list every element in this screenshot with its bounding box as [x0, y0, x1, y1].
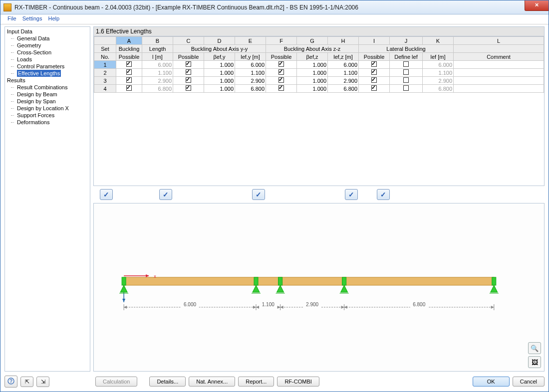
svg-text:1.100: 1.100: [262, 302, 274, 307]
print-preview-button[interactable]: 🖼: [528, 356, 541, 368]
tree-item[interactable]: Effective Lengths: [17, 70, 61, 77]
calculation-button[interactable]: Calculation: [95, 377, 137, 387]
import-button[interactable]: ⇱: [20, 377, 33, 387]
checkbox[interactable]: [126, 85, 132, 91]
checkbox[interactable]: [186, 85, 191, 91]
details-button[interactable]: Details...: [149, 377, 186, 387]
col-possible-l: Possible: [359, 53, 390, 61]
svg-rect-18: [492, 277, 496, 285]
col-lz: lef,z [m]: [328, 53, 359, 61]
checkbox[interactable]: [278, 85, 284, 91]
col-lm: l [m]: [142, 53, 173, 61]
close-button[interactable]: ×: [525, 0, 549, 11]
menu-file[interactable]: File: [4, 15, 19, 23]
svg-marker-13: [277, 285, 284, 292]
checkbox[interactable]: [186, 61, 191, 67]
checkbox[interactable]: [126, 77, 132, 83]
checkbox[interactable]: [403, 69, 409, 75]
titlebar: RX-TIMBER - Continuous beam - 2.04.0003 …: [0, 0, 549, 14]
svg-text:2.900: 2.900: [306, 302, 318, 307]
checkbox[interactable]: [371, 77, 377, 83]
ok-button[interactable]: OK: [473, 377, 510, 387]
column-letter[interactable]: A: [116, 37, 142, 45]
svg-marker-28: [253, 306, 256, 309]
svg-marker-29: [256, 306, 259, 309]
checkbox[interactable]: [126, 61, 132, 67]
checkbox[interactable]: [186, 69, 191, 75]
tree-item[interactable]: Design by Span: [5, 98, 90, 105]
column-letter[interactable]: D: [204, 37, 235, 45]
svg-marker-32: [341, 306, 344, 309]
column-letter[interactable]: E: [235, 37, 266, 45]
svg-rect-9: [254, 277, 258, 285]
col-length: Length: [142, 45, 173, 53]
report-button[interactable]: Report...: [238, 377, 274, 387]
tree-item[interactable]: Result Combinations: [5, 84, 90, 91]
checkbox[interactable]: [278, 69, 284, 75]
checkbox[interactable]: [371, 61, 377, 67]
tree-item[interactable]: Design by Beam: [5, 91, 90, 98]
tree-item[interactable]: General Data: [5, 35, 90, 42]
svg-rect-15: [342, 277, 346, 285]
help-button[interactable]: ?: [4, 376, 17, 388]
tree-item[interactable]: Geometry: [5, 42, 90, 49]
column-toggle-button[interactable]: ✓: [159, 189, 172, 200]
tree-item[interactable]: Loads: [5, 56, 90, 63]
tree-item[interactable]: Deformations: [5, 119, 90, 126]
col-ly: lef,y [m]: [235, 53, 266, 61]
cancel-button[interactable]: Cancel: [513, 377, 545, 387]
checkbox[interactable]: [186, 77, 191, 83]
column-letter[interactable]: F: [266, 37, 297, 45]
export-button[interactable]: ⇲: [36, 377, 49, 387]
checkbox[interactable]: [126, 69, 132, 75]
menu-help[interactable]: Help: [45, 15, 62, 23]
column-toggle-button[interactable]: ✓: [377, 189, 390, 200]
app-icon: [3, 3, 11, 11]
table-row[interactable]: 32.9001.0002.9001.0002.9002.900: [94, 77, 544, 85]
tree-item[interactable]: Support Forces: [5, 112, 90, 119]
svg-marker-2: [146, 274, 149, 277]
checkbox[interactable]: [371, 85, 377, 91]
window-title: RX-TIMBER - Continuous beam - 2.04.0003 …: [14, 4, 358, 11]
column-letter[interactable]: H: [328, 37, 359, 45]
checkbox[interactable]: [278, 61, 284, 67]
column-letter[interactable]: I: [359, 37, 390, 45]
table-row[interactable]: 21.1001.0001.1001.0001.1001.100: [94, 69, 544, 77]
column-letter[interactable]: K: [423, 37, 454, 45]
checkbox[interactable]: [278, 77, 284, 83]
svg-marker-34: [491, 306, 494, 309]
column-letter[interactable]: G: [297, 37, 328, 45]
svg-marker-31: [280, 306, 283, 309]
checkbox[interactable]: [403, 61, 409, 67]
zoom-extents-button[interactable]: 🔍: [528, 342, 541, 354]
menubar: File Settings Help: [0, 14, 549, 24]
data-grid[interactable]: ABCDEFGHIJKL Set Buckling Length Bucklin…: [93, 36, 545, 186]
column-letter[interactable]: C: [173, 37, 204, 45]
menu-settings[interactable]: Settings: [19, 15, 45, 23]
col-possible-y: Possible: [173, 53, 204, 61]
column-letter[interactable]: B: [142, 37, 173, 45]
nat-annex-button[interactable]: Nat. Annex...: [189, 377, 235, 387]
checkbox[interactable]: [403, 77, 409, 83]
column-toggle-button[interactable]: ✓: [345, 189, 358, 200]
tree-header-results: Results: [5, 77, 90, 84]
svg-marker-16: [341, 285, 348, 292]
svg-marker-30: [277, 306, 280, 309]
column-letter[interactable]: J: [390, 37, 423, 45]
table-row[interactable]: 46.8001.0006.8001.0006.8006.800: [94, 85, 544, 93]
checkbox[interactable]: [403, 85, 409, 91]
col-possible: Possible: [116, 53, 142, 61]
rf-combi-button[interactable]: RF-COMBI: [277, 377, 319, 387]
tree-item[interactable]: Design by Location X: [5, 105, 90, 112]
table-row[interactable]: 16.0001.0006.0001.0006.0006.000: [94, 61, 544, 69]
column-toggle-button[interactable]: ✓: [100, 189, 113, 200]
checkbox[interactable]: [371, 69, 377, 75]
beam-diagram: x 6.0001.1002.9006.800: [94, 203, 544, 371]
tree-item[interactable]: Control Parameters: [5, 63, 90, 70]
col-comment: Comment: [454, 53, 544, 61]
svg-marker-33: [344, 306, 347, 309]
row-number: 2: [94, 69, 116, 77]
column-letter[interactable]: L: [454, 37, 544, 45]
tree-item[interactable]: Cross-Section: [5, 49, 90, 56]
column-toggle-button[interactable]: ✓: [252, 189, 265, 200]
